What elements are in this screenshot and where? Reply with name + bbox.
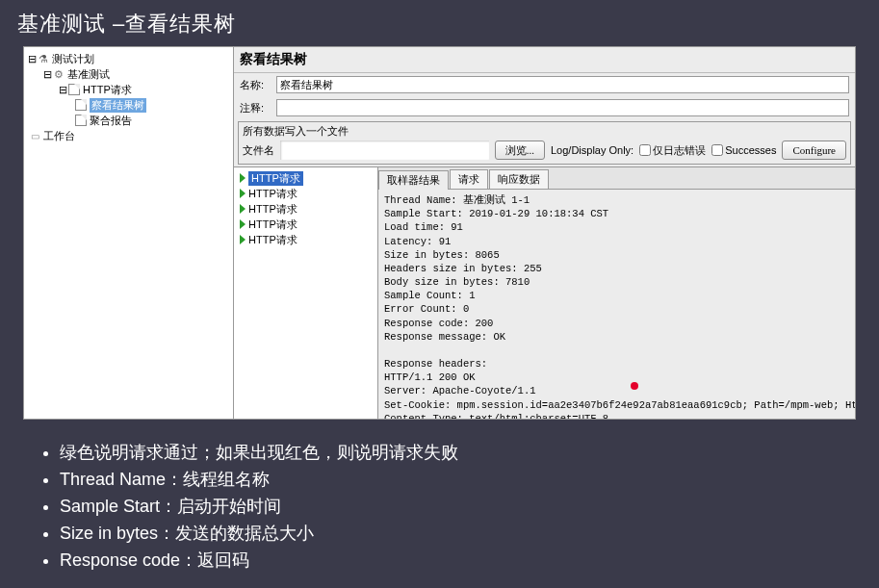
tab-sampler-result[interactable]: 取样器结果: [378, 170, 449, 190]
tab-request[interactable]: 请求: [450, 169, 488, 189]
results-tree[interactable]: HTTP请求 HTTP请求 HTTP请求 HTTP请求 HTTP请求: [234, 167, 378, 419]
panel-title: 察看结果树: [234, 47, 855, 73]
configure-button[interactable]: Configure: [782, 141, 846, 160]
tree-node-aggregate[interactable]: 聚合报告: [26, 113, 231, 128]
bullet: Response code：返回码: [60, 549, 840, 572]
gear-icon: [52, 67, 65, 81]
browse-button[interactable]: 浏览...: [495, 141, 545, 160]
tree-node-testplan[interactable]: ⊟测试计划: [26, 51, 231, 66]
detail-tabs: 取样器结果 请求 响应数据: [378, 167, 855, 190]
http-icon: [67, 83, 81, 96]
slide-title: 基准测试 –查看结果树: [0, 0, 879, 46]
workbench-icon: [28, 129, 41, 142]
pass-icon: [240, 235, 246, 244]
laser-pointer-icon: [631, 382, 638, 390]
right-panel: 察看结果树 名称: 注释: 所有数据写入一个文件 文件名 浏览... Log/D…: [234, 47, 855, 419]
tab-response-data[interactable]: 响应数据: [489, 169, 549, 189]
sampler-result-text[interactable]: Thread Name: 基准测试 1-1 Sample Start: 2019…: [378, 190, 855, 419]
result-item[interactable]: HTTP请求: [236, 217, 375, 232]
pass-icon: [240, 189, 246, 198]
bullet: Size in bytes：发送的数据总大小: [60, 522, 840, 545]
file-output-group: 所有数据写入一个文件 文件名 浏览... Log/Display Only: 仅…: [238, 121, 851, 165]
group-title: 所有数据写入一个文件: [243, 124, 846, 139]
bullet: 绿色说明请求通过；如果出现红色，则说明请求失败: [60, 441, 840, 464]
result-item[interactable]: HTTP请求: [236, 232, 375, 247]
details-panel: 取样器结果 请求 响应数据 Thread Name: 基准测试 1-1 Samp…: [378, 167, 855, 419]
result-item[interactable]: HTTP请求: [236, 201, 375, 217]
name-label: 名称:: [240, 78, 272, 92]
flask-icon: [37, 52, 50, 65]
report-icon: [74, 114, 88, 127]
bullet: Sample Start：启动开始时间: [60, 495, 840, 518]
results-icon: [74, 98, 88, 112]
explanation-list: 绿色说明请求通过；如果出现红色，则说明请求失败 Thread Name：线程组名…: [0, 420, 879, 588]
filename-input[interactable]: [280, 141, 489, 160]
jmeter-window: ⊟测试计划 ⊟基准测试 ⊟HTTP请求 察看结果树 聚合报告 工作台 察看结果树…: [23, 46, 856, 420]
name-input[interactable]: [276, 76, 849, 93]
errors-only-checkbox[interactable]: 仅日志错误: [639, 143, 706, 158]
pass-icon: [240, 204, 246, 214]
result-item[interactable]: HTTP请求: [236, 186, 375, 201]
log-only-label: Log/Display Only:: [551, 144, 633, 156]
tree-node-view-results[interactable]: 察看结果树: [26, 97, 231, 113]
tree-node-workbench[interactable]: 工作台: [26, 128, 231, 143]
result-item[interactable]: HTTP请求: [236, 170, 375, 186]
bullet: Thread Name：线程组名称: [60, 468, 840, 491]
test-plan-tree[interactable]: ⊟测试计划 ⊟基准测试 ⊟HTTP请求 察看结果树 聚合报告 工作台: [24, 47, 234, 419]
pass-icon: [240, 173, 246, 183]
comment-label: 注释:: [240, 101, 272, 115]
comment-input[interactable]: [276, 99, 849, 116]
tree-node-http[interactable]: ⊟HTTP请求: [26, 82, 231, 97]
pass-icon: [240, 219, 246, 229]
tree-node-benchmark[interactable]: ⊟基准测试: [26, 66, 231, 82]
successes-checkbox[interactable]: Successes: [711, 144, 776, 156]
file-label: 文件名: [243, 143, 274, 158]
